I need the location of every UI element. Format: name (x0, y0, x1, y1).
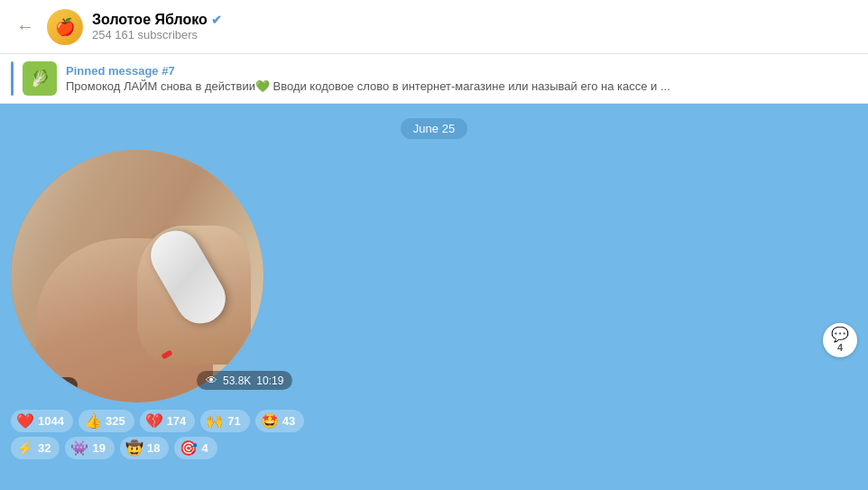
eye-icon: 👁 (206, 374, 217, 387)
reaction-starstruck-count: 43 (282, 414, 295, 428)
reaction-lightning[interactable]: ⚡ 32 (11, 437, 60, 459)
reaction-broken-heart[interactable]: 💔 174 (140, 410, 196, 432)
reaction-brokenheart-count: 174 (167, 414, 187, 428)
view-count: 53.8K (223, 374, 251, 387)
pinned-content: Pinned message #7 Промокод ЛАЙМ снова в … (66, 64, 857, 93)
back-arrow-icon: ← (16, 16, 34, 37)
reaction-clap-count: 71 (227, 414, 240, 428)
reaction-thumbs-up[interactable]: 👍 325 (78, 410, 134, 432)
reaction-star-struck[interactable]: 🤩 43 (255, 410, 304, 432)
reactions-row-1: ❤️ 1044 👍 325 💔 174 🙌 71 🤩 43 (11, 410, 857, 432)
video-duration: 00:10 (27, 377, 78, 393)
reaction-heart-count: 1044 (38, 414, 64, 428)
reaction-thumbsup-count: 325 (106, 414, 125, 428)
date-pill: June 25 (401, 118, 467, 139)
reaction-cowboy-count: 18 (147, 441, 160, 455)
pinned-banner[interactable]: 🥬 Pinned message #7 Промокод ЛАЙМ снова … (0, 54, 868, 104)
reaction-starstruk-emoji: 🤩 (261, 412, 279, 430)
channel-info: Золотое Яблоко ✔ 254 161 subscribers (92, 12, 222, 42)
pinned-thumb-emoji: 🥬 (30, 69, 50, 88)
verified-badge-icon: ✔ (211, 13, 222, 27)
comment-count: 4 (837, 342, 843, 353)
video-content (11, 150, 263, 402)
reaction-heart-emoji: ❤️ (16, 412, 34, 430)
reaction-cowboy[interactable]: 🤠 18 (120, 437, 169, 459)
back-button[interactable]: ← (11, 13, 40, 42)
channel-name-row: Золотое Яблоко ✔ (92, 12, 222, 28)
pinned-thumbnail: 🥬 (23, 61, 57, 96)
msg-meta: 👁 53.8K 10:19 (197, 371, 292, 390)
reaction-clap[interactable]: 🙌 71 (200, 410, 249, 432)
reaction-brokenheart-emoji: 💔 (145, 412, 163, 430)
reaction-target[interactable]: 🎯 4 (174, 437, 217, 459)
message-container: 🔇 00:10 👁 53.8K 10:19 💬 4 (0, 150, 868, 402)
reactions-area: ❤️ 1044 👍 325 💔 174 🙌 71 🤩 43 ⚡ (0, 402, 868, 467)
date-badge-container: June 25 (0, 104, 868, 139)
mute-icon: 🔇 (30, 169, 45, 183)
duration-text: 00:10 (34, 379, 61, 392)
reaction-lightning-count: 32 (38, 441, 51, 455)
reaction-alien-emoji: 👾 (70, 439, 88, 457)
channel-header: ← 🍎 Золотое Яблоко ✔ 254 161 subscribers (0, 0, 868, 54)
video-bubble[interactable]: 🔇 00:10 (11, 150, 263, 402)
avatar-emoji: 🍎 (55, 17, 75, 37)
reactions-row-2: ⚡ 32 👾 19 🤠 18 🎯 4 (11, 437, 857, 459)
comment-icon: 💬 (831, 328, 849, 342)
comment-badge[interactable]: 💬 4 (823, 323, 857, 357)
reaction-alien[interactable]: 👾 19 (65, 437, 114, 459)
mute-icon-badge: 🔇 (23, 162, 51, 190)
pinned-text: Промокод ЛАЙМ снова в действии💚 Вводи ко… (66, 79, 857, 93)
message-time: 10:19 (256, 374, 283, 387)
reaction-thumbsup-emoji: 👍 (84, 412, 102, 430)
channel-avatar: 🍎 (47, 9, 83, 45)
chat-area: June 25 🔇 00:10 (0, 104, 868, 490)
reaction-target-emoji: 🎯 (180, 439, 198, 457)
subscriber-count: 254 161 subscribers (92, 28, 222, 42)
pinned-title: Pinned message #7 (66, 64, 857, 78)
reaction-clap-emoji: 🙌 (206, 412, 224, 430)
reaction-target-count: 4 (201, 441, 208, 455)
reaction-lightning-emoji: ⚡ (16, 439, 34, 457)
reaction-alien-count: 19 (92, 441, 105, 455)
channel-name-text: Золотое Яблоко (92, 12, 208, 28)
pinned-left-bar (11, 61, 14, 96)
duration-dot (65, 383, 70, 388)
reaction-cowboy-emoji: 🤠 (125, 439, 143, 457)
reaction-heart[interactable]: ❤️ 1044 (11, 410, 73, 432)
